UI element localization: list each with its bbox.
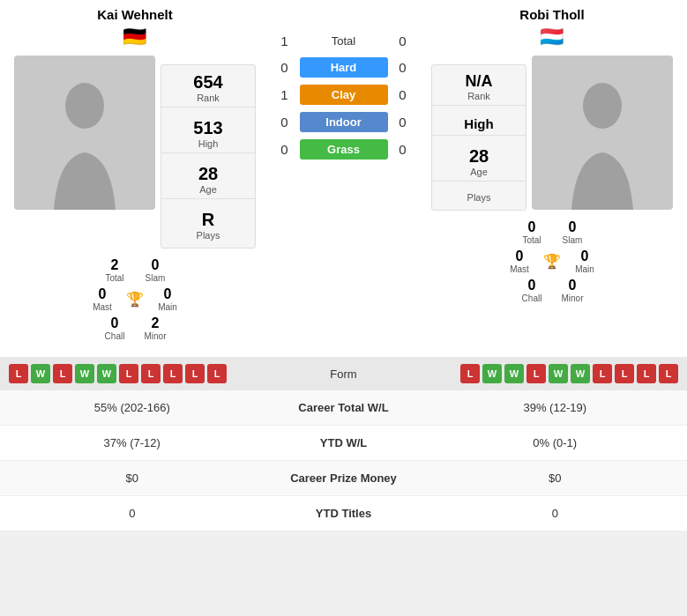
right-total-val: 0	[528, 219, 536, 235]
indoor-right-score: 0	[395, 115, 411, 130]
right-stat-total: 0 Total	[514, 219, 549, 245]
stats-row-1-right: 0% (0-1)	[432, 436, 679, 449]
stats-row-2: $0Career Prize Money$0	[0, 461, 687, 496]
left-form-badge-0: L	[9, 364, 28, 383]
left-form-badge-3: W	[75, 364, 94, 383]
left-form-badge-9: L	[207, 364, 227, 383]
clay-left-score: 1	[277, 87, 293, 102]
left-stat-minor: 2 Minor	[138, 315, 173, 341]
left-player-outer: Kai Wehnelt 🇩🇪 654 Rank 513 High	[7, 7, 263, 341]
right-minor-val: 0	[569, 278, 577, 293]
right-minor-lbl: Minor	[561, 293, 583, 303]
left-high-label: High	[198, 138, 219, 149]
form-section: LWLWWLLLLL Form LWWLWWLLLL	[0, 357, 687, 390]
indoor-badge: Indoor	[300, 112, 388, 132]
svg-point-0	[65, 83, 104, 129]
indoor-left-score: 0	[277, 115, 293, 130]
career-stats-section: 55% (202-166)Career Total W/L39% (12-19)…	[0, 390, 687, 531]
left-total-lbl: Total	[105, 273, 123, 283]
left-trophy-icon: 🏆	[125, 286, 145, 312]
left-form-badge-7: L	[163, 364, 183, 383]
right-player-stats3: 0 Chall 0 Minor	[424, 278, 680, 303]
right-player-header: Robi Tholl 🇱🇺	[519, 7, 584, 56]
left-player-photo	[14, 56, 155, 210]
right-age-label: Age	[470, 167, 488, 177]
left-slam-val: 0	[152, 257, 160, 273]
right-chall-val: 0	[528, 278, 536, 293]
stats-row-1: 37% (7-12)YTD W/L0% (0-1)	[0, 426, 687, 461]
clay-badge: Clay	[300, 85, 388, 105]
total-row: 1 Total 0	[277, 33, 411, 48]
right-form-badge-6: L	[593, 364, 612, 383]
stats-row-1-left: 37% (7-12)	[9, 436, 256, 449]
grass-badge: Grass	[300, 139, 388, 160]
left-age-label: Age	[199, 184, 217, 195]
left-form-badge-2: L	[53, 364, 72, 383]
left-form-badges: LWLWWLLLLL	[9, 364, 291, 383]
left-form-badge-6: L	[141, 364, 161, 383]
right-age-value: 28	[469, 146, 489, 167]
right-form-badge-3: L	[526, 364, 546, 383]
clay-row: 1 Clay 0	[277, 85, 411, 105]
right-plays-label: Plays	[467, 192, 491, 203]
indoor-row: 0 Indoor 0	[277, 112, 411, 132]
right-total-lbl: Total	[522, 235, 541, 245]
right-slam-val: 0	[569, 219, 577, 235]
right-form-badge-8: L	[637, 364, 656, 383]
left-stat-main: 0 Main	[150, 286, 185, 312]
left-chall-val: 0	[111, 315, 119, 331]
right-player-outer: Robi Tholl 🇱🇺 N/A Rank High 28 Age Plays	[424, 7, 680, 341]
right-stat-slam: 0 Slam	[555, 219, 590, 245]
left-player-flag: 🇩🇪	[123, 26, 146, 48]
top-section: Kai Wehnelt 🇩🇪 654 Rank 513 High	[0, 0, 687, 348]
left-high-value: 513	[193, 118, 222, 138]
left-form-badge-4: W	[97, 364, 116, 383]
right-form-badge-5: W	[571, 364, 590, 383]
left-player-header: Kai Wehnelt 🇩🇪	[97, 7, 173, 56]
stats-row-3-center: YTD Titles	[256, 507, 432, 520]
right-main-val: 0	[581, 249, 589, 264]
left-plays-value: R	[202, 210, 214, 230]
grass-row: 0 Grass 0	[277, 139, 411, 160]
right-player-flag: 🇱🇺	[540, 26, 564, 48]
right-form-badge-4: W	[549, 364, 568, 383]
stats-row-3-left: 0	[9, 507, 256, 520]
stats-row-0-right: 39% (12-19)	[432, 401, 679, 414]
left-rank-value: 654	[193, 72, 222, 93]
right-player-photo	[532, 56, 673, 210]
left-mast-val: 0	[99, 286, 107, 302]
total-label: Total	[300, 34, 388, 48]
right-stat-chall: 0 Chall	[514, 278, 549, 303]
right-form-badge-9: L	[659, 364, 678, 383]
right-form-badge-1: W	[482, 364, 502, 383]
right-stat-main: 0 Main	[567, 249, 602, 274]
middle-section: 1 Total 0 0 Hard 0 1 Clay 0 0 Indoor 0	[263, 7, 424, 341]
left-rank-label: Rank	[197, 93, 220, 103]
right-silhouette-icon	[554, 78, 651, 210]
left-player-stats: 2 Total 0 Slam	[7, 257, 263, 283]
left-mast-lbl: Mast	[93, 302, 112, 312]
stats-row-0-center: Career Total W/L	[256, 401, 432, 414]
right-chall-lbl: Chall	[522, 293, 542, 303]
grass-left-score: 0	[277, 142, 293, 157]
right-form-badge-0: L	[460, 364, 480, 383]
stats-row-2-center: Career Prize Money	[256, 471, 432, 485]
left-player-stats2: 0 Mast 🏆 0 Main	[7, 286, 263, 312]
hard-left-score: 0	[277, 60, 293, 75]
stats-row-2-left: $0	[9, 471, 256, 485]
left-minor-lbl: Minor	[144, 331, 166, 341]
right-stat-mast: 0 Mast	[502, 249, 537, 274]
total-right-score: 0	[395, 33, 411, 48]
hard-row: 0 Hard 0	[277, 57, 411, 78]
right-mast-val: 0	[516, 249, 524, 264]
left-player-name: Kai Wehnelt	[97, 7, 173, 22]
left-stat-total: 2 Total	[97, 257, 132, 283]
total-left-score: 1	[277, 33, 293, 48]
right-high-value: High	[464, 116, 493, 131]
left-silhouette-icon	[36, 78, 133, 210]
left-stat-slam: 0 Slam	[138, 257, 173, 283]
left-chall-lbl: Chall	[105, 331, 125, 341]
left-player-stats3: 0 Chall 2 Minor	[7, 315, 263, 341]
right-main-lbl: Main	[575, 264, 594, 274]
right-rank-box: N/A Rank High 28 Age Plays	[431, 64, 526, 211]
